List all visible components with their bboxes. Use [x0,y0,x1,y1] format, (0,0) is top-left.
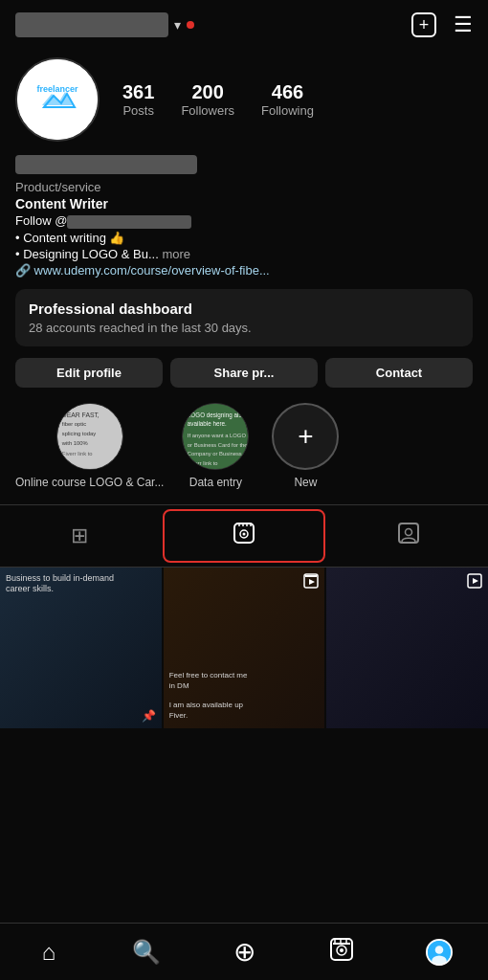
search-icon: 🔍 [132,939,161,966]
stats-row: 361 Posts 200 Followers 466 Following [122,81,314,118]
content-grid: Business to build in-demandcareer skills… [0,568,488,729]
highlights-section: DEAR FAST, fiber optic splicing today wi… [0,403,488,504]
avatar[interactable]: freelancer [15,57,100,142]
highlight-circle-2: LOGO designing also available here. If a… [182,403,249,470]
highlight-label-2: Data entry [189,476,242,489]
bio-item-2: • Designing LOGO & Bu... more [15,247,473,261]
highlight-content-svg-2: LOGO designing also available here. If a… [183,403,248,470]
grid-item-1[interactable]: Business to build in-demandcareer skills… [0,568,162,729]
followers-label: Followers [181,103,234,118]
bio-title: Content Writer [15,196,473,212]
svg-text:DEAR FAST,: DEAR FAST, [62,411,100,417]
bio-section: Product/service Content Writer Follow @ … [0,155,488,278]
svg-text:Fiverr link to: Fiverr link to [62,451,93,457]
share-profile-button[interactable]: Share pr... [170,358,318,388]
reels-nav-icon [329,937,354,968]
add-nav-item[interactable]: ⊕ [220,933,268,971]
pin-icon: 📌 [142,709,156,723]
action-buttons-row: Edit profile Share pr... Contact [15,358,473,388]
svg-text:available here.: available here. [188,420,227,427]
highlight-content-svg-1: DEAR FAST, fiber optic splicing today wi… [57,403,122,470]
reel-icon-2 [303,573,319,591]
plus-circle-icon: + [298,421,313,452]
highlight-item-1[interactable]: DEAR FAST, fiber optic splicing today wi… [15,403,164,489]
live-indicator-dot [187,21,194,29]
dashboard-subtitle: 28 accounts reached in the last 30 days. [29,321,459,335]
plus-icon: + [419,15,430,35]
freelancer-logo-svg: freelancer [23,65,92,134]
grid-icon: ⊞ [71,523,88,548]
reel-icon-3 [467,573,482,591]
svg-text:Fiverr link to: Fiverr link to [188,460,218,466]
home-icon: ⌂ [42,939,56,966]
svg-point-30 [435,946,444,954]
tagged-icon [398,523,419,549]
bio-category: Product/service [15,180,473,194]
following-count: 466 [272,81,303,103]
profile-nav-item[interactable] [415,933,463,971]
svg-point-20 [406,528,412,535]
posts-label: Posts [122,103,154,118]
tagged-tab[interactable] [329,505,488,567]
svg-point-25 [340,948,344,952]
grid-item-3[interactable] [326,568,488,729]
svg-text:splicing today: splicing today [62,431,96,436]
grid-item-1-text: Business to build in-demandcareer skills… [6,573,114,595]
top-nav-left: ▾ [15,12,194,37]
highlight-item-2[interactable]: LOGO designing also available here. If a… [177,403,254,489]
contact-button[interactable]: Contact [325,358,473,388]
profile-top-row: freelancer 361 Posts 200 Followers 466 F… [15,57,473,142]
highlight-circle-1: DEAR FAST, fiber optic splicing today wi… [56,403,123,470]
highlight-image-1: DEAR FAST, fiber optic splicing today wi… [57,403,122,470]
avatar-inner: freelancer [17,59,98,140]
svg-text:with 100%: with 100% [61,439,88,445]
svg-text:If anyone want a LOGO: If anyone want a LOGO [188,433,247,438]
followers-stat[interactable]: 200 Followers [181,81,234,118]
highlight-item-new[interactable]: + New [267,403,344,489]
grid-item-2[interactable]: Feel free to contact mein DMI am also av… [164,568,325,729]
reels-nav-item[interactable] [318,933,366,971]
svg-point-31 [432,955,446,965]
top-navigation: ▾ + ☰ [0,0,488,50]
add-content-button[interactable]: + [411,12,436,37]
professional-dashboard-card[interactable]: Professional dashboard 28 accounts reach… [15,289,473,346]
bottom-navigation: ⌂ 🔍 ⊕ [0,923,488,980]
chevron-down-icon[interactable]: ▾ [174,17,181,33]
dashboard-title: Professional dashboard [29,301,459,317]
highlight-image-2: LOGO designing also available here. If a… [183,403,248,470]
svg-point-18 [243,532,246,535]
svg-text:fiber optic: fiber optic [62,421,86,427]
svg-text:or Business Card for their: or Business Card for their [188,441,248,447]
svg-text:freelancer: freelancer [36,84,78,94]
posts-stat: 361 Posts [122,81,154,118]
top-nav-right: + ☰ [411,12,473,37]
bio-more-link[interactable]: more [162,247,190,261]
following-stat[interactable]: 466 Following [261,81,314,118]
profile-section: freelancer 361 Posts 200 Followers 466 F… [0,50,488,142]
reels-tab[interactable] [163,509,325,563]
follow-handle-blurred [67,215,191,229]
edit-profile-button[interactable]: Edit profile [15,358,163,388]
highlight-label-1: Online course LOGO & Car... [15,476,164,489]
bottom-spacer [0,728,488,795]
bio-link[interactable]: 🔗 www.udemy.com/course/overview-of-fibe.… [15,263,473,278]
add-icon: ⊕ [233,936,255,968]
reels-icon [233,523,255,549]
bio-follow: Follow @ [15,213,473,229]
posts-count: 361 [122,81,154,103]
highlight-new-circle: + [272,403,339,470]
svg-text:LOGO designing also: LOGO designing also [188,411,246,418]
grid-tab[interactable]: ⊞ [0,505,159,567]
followers-count: 200 [192,81,224,103]
content-tabs-bar: ⊞ [0,504,488,568]
highlight-label-new: New [294,476,317,489]
following-label: Following [261,103,314,118]
search-nav-item[interactable]: 🔍 [122,933,170,971]
profile-avatar-nav [426,939,453,966]
svg-text:Company or Business can: Company or Business can [188,451,248,457]
menu-icon[interactable]: ☰ [454,12,473,37]
username-blurred [15,12,168,37]
profile-name-blurred [15,155,197,174]
bio-item-1: • Content writing 👍 [15,231,473,245]
home-nav-item[interactable]: ⌂ [25,933,73,971]
